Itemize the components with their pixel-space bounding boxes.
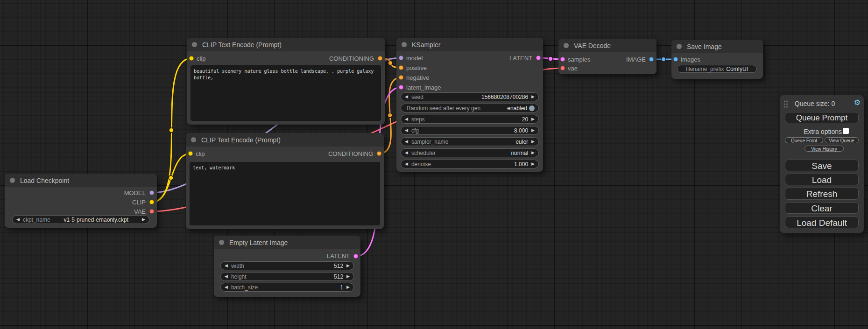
widget-value: 1	[340, 284, 343, 291]
node-clip-text-encode-positive[interactable]: CLIP Text Encode (Prompt) clip CONDITION…	[187, 38, 385, 125]
collapse-dot-icon[interactable]	[677, 44, 682, 49]
save-button[interactable]: Save	[785, 160, 859, 171]
decrement-arrow-icon[interactable]: ◀	[225, 285, 228, 289]
decrement-arrow-icon[interactable]: ◀	[405, 95, 408, 99]
decrement-arrow-icon[interactable]: ◀	[405, 162, 408, 166]
increment-arrow-icon[interactable]: ▶	[531, 140, 535, 144]
node-vae-decode[interactable]: VAE Decode samples vae IMAGE	[558, 39, 656, 74]
increment-arrow-icon[interactable]: ▶	[346, 264, 350, 268]
node-clip-text-encode-negative[interactable]: CLIP Text Encode (Prompt) clip CONDITION…	[186, 133, 384, 229]
output-label-conditioning: CONDITIONING	[329, 55, 374, 62]
cfg-widget[interactable]: ◀ cfg 8.000 ▶	[401, 126, 539, 135]
refresh-button[interactable]: Refresh	[785, 188, 859, 200]
link-dot-clip2	[169, 175, 173, 180]
increment-arrow-icon[interactable]: ▶	[531, 95, 535, 99]
decrement-arrow-icon[interactable]: ◀	[405, 151, 408, 155]
slot-dot-clip-output[interactable]	[149, 200, 154, 204]
view-history-button[interactable]: View History	[804, 146, 844, 152]
decrement-arrow-icon[interactable]: ◀	[405, 140, 408, 144]
increment-arrow-icon[interactable]: ▶	[142, 217, 145, 222]
ckpt-name-widget[interactable]: ◀ ckpt_name v1-5-pruned-emaonly.ckpt ▶	[12, 215, 149, 224]
slot-dot-clip-input[interactable]	[189, 56, 194, 61]
batch-size-widget[interactable]: ◀ batch_size 1 ▶	[220, 283, 354, 292]
collapse-dot-icon[interactable]	[219, 240, 224, 245]
increment-arrow-icon[interactable]: ▶	[531, 117, 535, 121]
random-seed-toggle-widget[interactable]: Random seed after every gen enabled	[401, 104, 539, 112]
load-button[interactable]: Load	[785, 174, 859, 185]
increment-arrow-icon[interactable]: ▶	[346, 285, 350, 289]
width-widget[interactable]: ◀ width 512 ▶	[220, 261, 354, 270]
slot-dot-model-input[interactable]	[399, 56, 403, 60]
slot-dot-samples-input[interactable]	[560, 57, 565, 62]
widget-label: filename_prefix	[686, 66, 724, 72]
node-graph-canvas[interactable]: Load Checkpoint MODEL CLIP VAE ◀ ckpt_na…	[0, 0, 868, 329]
height-widget[interactable]: ◀ height 512 ▶	[220, 272, 354, 281]
filename-prefix-widget[interactable]: filename_prefix ComfyUI	[677, 65, 757, 73]
seed-widget[interactable]: ◀ seed 156680208700286 ▶	[401, 92, 539, 101]
queue-prompt-button[interactable]: Queue Prompt	[785, 112, 859, 123]
collapse-dot-icon[interactable]	[402, 42, 407, 47]
increment-arrow-icon[interactable]: ▶	[531, 128, 535, 133]
widget-label: cfg	[411, 127, 419, 134]
decrement-arrow-icon[interactable]: ◀	[405, 117, 408, 121]
steps-widget[interactable]: ◀ steps 20 ▶	[401, 115, 539, 124]
decrement-arrow-icon[interactable]: ◀	[225, 264, 228, 268]
scheduler-widget[interactable]: ◀ scheduler normal ▶	[401, 148, 539, 157]
slot-dot-conditioning-output[interactable]	[378, 56, 382, 61]
increment-arrow-icon[interactable]: ▶	[531, 151, 535, 155]
link-dot-positive	[388, 61, 393, 65]
decrement-arrow-icon[interactable]: ◀	[225, 274, 228, 279]
slot-dot-conditioning-output[interactable]	[377, 151, 381, 156]
node-title-bar[interactable]: CLIP Text Encode (Prompt)	[186, 133, 384, 147]
negative-prompt-textarea[interactable]: text, watermark	[190, 162, 380, 225]
node-empty-latent-image[interactable]: Empty Latent Image LATENT ◀ width 512 ▶ …	[214, 236, 360, 297]
slot-dot-latent-image-input[interactable]	[399, 85, 403, 90]
positive-prompt-textarea[interactable]: beautiful scenery nature glass bottle la…	[191, 65, 381, 121]
toggle-dot-icon[interactable]	[529, 105, 535, 111]
slot-dot-model-output[interactable]	[149, 190, 154, 195]
clear-button[interactable]: Clear	[785, 202, 859, 214]
settings-gear-icon[interactable]: ⚙	[854, 98, 861, 107]
decrement-arrow-icon[interactable]: ◀	[405, 128, 408, 133]
node-save-image[interactable]: Save Image images filename_prefix ComfyU…	[671, 40, 763, 79]
node-title-bar[interactable]: Save Image	[671, 40, 763, 53]
slot-dot-image-output[interactable]	[649, 57, 654, 62]
decrement-arrow-icon[interactable]: ◀	[16, 217, 20, 222]
node-title-bar[interactable]: Load Checkpoint	[5, 174, 157, 187]
sampler-name-widget[interactable]: ◀ sampler_name euler ▶	[401, 137, 539, 146]
queue-size-label: Queue size: 0	[780, 100, 850, 107]
collapse-dot-icon[interactable]	[191, 137, 196, 142]
slot-dot-negative-input[interactable]	[399, 75, 403, 80]
collapse-dot-icon[interactable]	[10, 178, 15, 183]
output-label-latent: LATENT	[327, 252, 350, 259]
node-title-bar[interactable]: VAE Decode	[558, 39, 656, 52]
node-title-bar[interactable]: KSampler	[396, 38, 543, 51]
collapse-dot-icon[interactable]	[192, 42, 197, 47]
slot-dot-images-input[interactable]	[673, 57, 678, 62]
widget-label: height	[231, 273, 247, 280]
widget-label: seed	[411, 94, 423, 100]
input-label-clip: clip	[197, 55, 206, 62]
slot-dot-positive-input[interactable]	[399, 65, 403, 70]
slot-dot-clip-input[interactable]	[188, 151, 193, 156]
node-title-bar[interactable]: Empty Latent Image	[214, 236, 360, 249]
node-title-bar[interactable]: CLIP Text Encode (Prompt)	[187, 38, 385, 51]
increment-arrow-icon[interactable]: ▶	[531, 162, 535, 166]
slot-dot-vae-output[interactable]	[149, 209, 154, 214]
view-queue-button[interactable]: View Queue	[825, 137, 859, 143]
widget-value: 156680208700286	[481, 94, 528, 100]
node-ksampler[interactable]: KSampler model positive negative latent_…	[396, 38, 543, 172]
extra-options-checkbox[interactable]	[843, 128, 849, 134]
denoise-widget[interactable]: ◀ denoise 1.000 ▶	[401, 160, 539, 168]
widget-value: enabled	[507, 105, 527, 112]
slot-dot-latent-output[interactable]	[536, 56, 541, 60]
collapse-dot-icon[interactable]	[564, 43, 569, 48]
widget-value: 1.000	[514, 161, 528, 168]
node-load-checkpoint[interactable]: Load Checkpoint MODEL CLIP VAE ◀ ckpt_na…	[5, 174, 157, 228]
queue-front-button[interactable]: Queue Front	[785, 137, 823, 143]
slot-dot-latent-output[interactable]	[353, 254, 358, 259]
load-default-button[interactable]: Load Default	[785, 217, 859, 228]
slot-dot-vae-input[interactable]	[560, 66, 565, 70]
output-label-clip: CLIP	[132, 199, 146, 206]
increment-arrow-icon[interactable]: ▶	[346, 274, 350, 279]
